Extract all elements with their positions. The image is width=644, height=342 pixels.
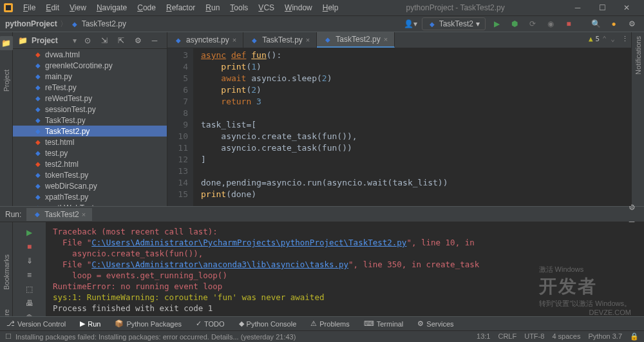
close-icon[interactable]: × — [232, 36, 236, 44]
tree-item[interactable]: ◆TaskTest.py — [13, 115, 167, 126]
run-button[interactable]: ▶ — [489, 17, 504, 31]
scroll-button[interactable]: ⬚ — [23, 283, 37, 296]
project-tool-label[interactable]: Project — [3, 70, 10, 91]
tree-item[interactable]: ◆dvwa.html — [13, 49, 167, 60]
chevron-down-icon[interactable]: ▾ — [73, 36, 77, 45]
user-icon[interactable]: 👤▾ — [404, 17, 418, 31]
menu-help[interactable]: Help — [318, 1, 343, 14]
profile-button[interactable]: ◉ — [544, 17, 558, 31]
file-name: reWedTest.py — [45, 94, 92, 103]
status-message[interactable]: Installing packages failed: Installing p… — [15, 333, 477, 341]
caret-position[interactable]: 13:1 — [477, 332, 490, 341]
breadcrumb-project[interactable]: pythonProject — [5, 19, 57, 28]
run-settings-button[interactable]: ⇓ — [23, 254, 37, 267]
line-separator[interactable]: CRLF — [498, 332, 516, 341]
tree-item[interactable]: ◆webDirScan.py — [13, 180, 167, 191]
app-icon — [0, 0, 16, 16]
bottom-tab-services[interactable]: ⚙Services — [415, 318, 456, 329]
close-icon[interactable]: × — [82, 211, 86, 218]
bottom-tab-terminal[interactable]: ⌨Terminal — [361, 318, 406, 329]
editor-tab[interactable]: ◆TaskTest.py× — [243, 32, 317, 48]
tree-item[interactable]: ◆sessionTest.py — [13, 104, 167, 115]
bookmarks-tool-label[interactable]: Bookmarks — [3, 254, 10, 290]
python-file-icon: ◆ — [33, 72, 43, 81]
tab-name: TaskTest.py — [262, 35, 303, 44]
svg-rect-1 — [6, 5, 11, 10]
editor-tab[interactable]: ◆asynctest.py× — [167, 32, 243, 48]
python-file-icon: ◆ — [323, 35, 332, 44]
bottom-tab-problems[interactable]: ⚠Problems — [308, 318, 352, 329]
menu-code[interactable]: Code — [133, 1, 160, 14]
python-file-icon: ◆ — [33, 94, 43, 103]
search-everywhere-button[interactable]: 🔍 — [589, 17, 603, 31]
menu-view[interactable]: View — [65, 1, 91, 14]
run-coverage-button[interactable]: ⟳ — [526, 17, 540, 31]
tree-item[interactable]: ◆greenletCorotine.py — [13, 60, 167, 71]
menu-file[interactable]: File — [19, 1, 40, 14]
tree-item[interactable]: ◆xpathWebTest.py — [13, 202, 167, 206]
python-icon: ◆ — [33, 210, 42, 219]
print-button[interactable]: 🖶 — [23, 297, 37, 310]
menu-window[interactable]: Window — [280, 1, 317, 14]
editor-tab[interactable]: ◆TaskTest2.py× — [317, 32, 395, 48]
close-icon[interactable]: × — [306, 36, 310, 44]
menu-refactor[interactable]: Refactor — [162, 1, 200, 14]
tree-item[interactable]: ◆tokenTest.py — [13, 169, 167, 180]
project-tool-icon[interactable]: 📁 — [0, 36, 14, 50]
collapse-all-icon[interactable]: ⇱ — [114, 33, 128, 48]
code-area[interactable]: 3456789101112131415 async def fun(): pri… — [167, 48, 631, 206]
minimize-button[interactable]: ─ — [568, 1, 587, 14]
python-file-icon: ◆ — [33, 182, 43, 191]
pin-button[interactable]: ≡ — [23, 269, 37, 281]
menu-vcs[interactable]: VCS — [254, 1, 279, 14]
status-bar-icon[interactable]: ☐ — [5, 332, 12, 341]
indent-info[interactable]: 4 spaces — [552, 332, 580, 341]
menu-edit[interactable]: Edit — [41, 1, 64, 14]
stop-run-button[interactable]: ■ — [23, 240, 37, 253]
tree-item[interactable]: ◆TaskTest2.py — [13, 126, 167, 137]
project-tree[interactable]: ◆dvwa.html◆greenletCorotine.py◆main.py◆r… — [13, 49, 167, 206]
code-content[interactable]: async def fun(): print(1) await asyncio.… — [193, 48, 631, 206]
run-config-selector[interactable]: ◆ TaskTest2 ▾ — [422, 17, 486, 30]
tree-item[interactable]: ◆reTest.py — [13, 82, 167, 93]
select-opened-file-icon[interactable]: ⊙ — [80, 33, 95, 48]
folder-icon: 📁 — [18, 36, 28, 45]
tree-item[interactable]: ◆main.py — [13, 71, 167, 82]
tree-item[interactable]: ◆test.py — [13, 147, 167, 158]
menu-tools[interactable]: Tools — [225, 1, 252, 14]
bottom-tab-python-packages[interactable]: 📦Python Packages — [112, 318, 184, 329]
menu-navigate[interactable]: Navigate — [92, 1, 131, 14]
panel-settings-icon[interactable]: ⚙ — [131, 33, 145, 48]
tree-item[interactable]: ◆test.html — [13, 137, 167, 147]
notifications-tool-label[interactable]: Notifications — [634, 36, 642, 75]
settings-icon[interactable]: ⚙ — [625, 17, 639, 31]
ide-update-icon[interactable]: ● — [607, 17, 621, 31]
run-tab[interactable]: ◆ TaskTest2 × — [26, 208, 92, 221]
tree-item[interactable]: ◆test2.html — [13, 158, 167, 169]
close-icon[interactable]: × — [384, 35, 388, 43]
menu-run[interactable]: Run — [201, 1, 224, 14]
breadcrumb-file[interactable]: TaskTest2.py — [82, 19, 126, 28]
tab-label: Python Console — [247, 320, 297, 328]
lock-icon[interactable]: 🔒 — [630, 332, 639, 341]
maximize-button[interactable]: ☐ — [592, 1, 612, 14]
tree-item[interactable]: ◆reWedTest.py — [13, 93, 167, 104]
python-file-icon: ◆ — [174, 35, 183, 44]
bottom-tab-version-control[interactable]: ⎇Version Control — [4, 318, 68, 329]
debug-button[interactable]: ⬢ — [507, 17, 522, 31]
bottom-tab-python-console[interactable]: ◆Python Console — [236, 318, 299, 329]
tree-item[interactable]: ◆xpathTest.py — [13, 191, 167, 202]
bottom-tab-todo[interactable]: ✓TODO — [193, 318, 227, 329]
expand-all-icon[interactable]: ⇲ — [97, 33, 111, 48]
hide-panel-icon[interactable]: ─ — [147, 33, 162, 48]
bottom-tab-run[interactable]: ▶Run — [77, 318, 103, 329]
file-encoding[interactable]: UTF-8 — [524, 332, 544, 341]
file-name: test.html — [45, 138, 74, 147]
close-button[interactable]: ✕ — [617, 1, 636, 14]
status-bar: ☐ Installing packages failed: Installing… — [0, 330, 644, 342]
tab-label: Services — [426, 320, 453, 328]
interpreter[interactable]: Python 3.7 — [588, 332, 622, 341]
stop-button[interactable]: ■ — [562, 17, 576, 31]
python-file-icon: ◆ — [33, 127, 43, 136]
rerun-button[interactable]: ▶ — [23, 226, 37, 239]
